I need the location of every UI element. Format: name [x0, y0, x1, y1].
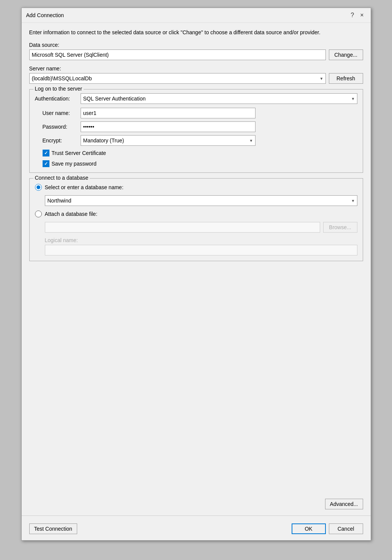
server-name-select[interactable]: (localdb)\MSSQLLocalDb: [29, 73, 326, 84]
logical-name-section: Logical name:: [45, 237, 357, 255]
server-name-row: (localdb)\MSSQLLocalDb ▼ Refresh: [29, 73, 363, 84]
auth-label: Authentication:: [35, 96, 77, 102]
save-password-label[interactable]: Save my password: [52, 161, 97, 167]
auth-select-wrapper: SQL Server Authentication Windows Authen…: [81, 93, 357, 104]
encrypt-select[interactable]: Mandatory (True) Optional (False) Strict…: [81, 135, 256, 146]
logon-group: Log on to the server Authentication: SQL…: [29, 89, 363, 173]
ok-button[interactable]: OK: [292, 523, 326, 534]
data-source-label: Data source:: [29, 42, 363, 48]
data-source-section: Data source: Change...: [29, 42, 363, 60]
auth-row: Authentication: SQL Server Authenticatio…: [35, 93, 357, 104]
db-select-wrapper: Northwind master model msdb tempdb ▼: [45, 195, 357, 206]
dialog-title: Add Connection: [26, 12, 64, 18]
save-password-checkbox[interactable]: ✓: [43, 160, 49, 167]
password-label: Password:: [43, 124, 77, 130]
encrypt-select-wrapper: Mandatory (True) Optional (False) Strict…: [81, 135, 256, 146]
close-button[interactable]: ×: [358, 11, 366, 19]
description-text: Enter information to connect to the sele…: [29, 29, 363, 37]
spacer: [29, 266, 363, 493]
advanced-button[interactable]: Advanced...: [325, 499, 363, 509]
server-name-section: Server name: (localdb)\MSSQLLocalDb ▼ Re…: [29, 65, 363, 84]
select-db-radio-label[interactable]: Select or enter a database name:: [45, 184, 124, 190]
password-row: Password:: [43, 121, 357, 132]
footer-right: OK Cancel: [292, 523, 363, 534]
attach-db-radio-label[interactable]: Attach a database file:: [45, 211, 98, 217]
change-button[interactable]: Change...: [329, 49, 363, 60]
select-db-radio-inner: [37, 185, 40, 189]
logical-name-label: Logical name:: [45, 237, 357, 243]
username-input-wrapper: [81, 108, 256, 118]
attach-db-radio[interactable]: [35, 211, 42, 217]
password-input-wrapper: [81, 121, 256, 132]
attach-file-input[interactable]: [45, 222, 320, 233]
logon-group-title: Log on to the server: [33, 86, 84, 92]
cancel-button[interactable]: Cancel: [329, 523, 363, 534]
title-bar-right: ? ×: [348, 11, 366, 19]
save-password-row: ✓ Save my password: [35, 160, 357, 167]
browse-button[interactable]: Browse...: [323, 222, 357, 233]
select-db-radio-row: Select or enter a database name:: [35, 184, 357, 191]
db-select[interactable]: Northwind master model msdb tempdb: [45, 195, 357, 206]
database-group-title: Connect to a database: [33, 175, 90, 181]
logon-group-content: Authentication: SQL Server Authenticatio…: [35, 93, 357, 167]
encrypt-label: Encrypt:: [43, 137, 77, 144]
footer: Test Connection OK Cancel: [22, 520, 371, 540]
server-name-label: Server name:: [29, 65, 363, 72]
test-connection-button[interactable]: Test Connection: [29, 523, 77, 534]
select-db-radio[interactable]: [35, 184, 42, 191]
attach-db-radio-row: Attach a database file:: [35, 211, 357, 217]
data-source-row: Change...: [29, 49, 363, 60]
username-row: User name:: [43, 108, 357, 118]
database-group: Connect to a database Select or enter a …: [29, 178, 363, 261]
username-label: User name:: [43, 110, 77, 116]
refresh-button[interactable]: Refresh: [329, 73, 363, 84]
username-input[interactable]: [81, 108, 256, 118]
credentials-grid: User name: Password: Encrypt: [35, 108, 357, 146]
help-button[interactable]: ?: [348, 11, 356, 19]
add-connection-dialog: Add Connection ? × Enter information to …: [21, 8, 371, 541]
bottom-divider: [22, 515, 371, 516]
password-input[interactable]: [81, 121, 256, 132]
attach-file-row: Browse...: [45, 222, 357, 233]
trust-cert-checkbox[interactable]: ✓: [43, 150, 49, 156]
title-bar-left: Add Connection: [26, 12, 64, 18]
dialog-body: Enter information to connect to the sele…: [22, 23, 371, 515]
encrypt-row: Encrypt: Mandatory (True) Optional (Fals…: [43, 135, 357, 146]
server-name-select-wrapper: (localdb)\MSSQLLocalDb ▼: [29, 73, 326, 84]
trust-cert-row: ✓ Trust Server Certificate: [35, 150, 357, 156]
logical-name-input[interactable]: [45, 245, 357, 255]
trust-cert-checkmark: ✓: [44, 150, 48, 156]
database-content: Select or enter a database name: Northwi…: [35, 184, 357, 255]
auth-select[interactable]: SQL Server Authentication Windows Authen…: [81, 93, 357, 104]
trust-cert-label[interactable]: Trust Server Certificate: [52, 150, 106, 156]
save-password-checkmark: ✓: [44, 161, 48, 166]
advanced-row: Advanced...: [29, 499, 363, 509]
title-bar: Add Connection ? ×: [22, 8, 371, 23]
data-source-input[interactable]: [29, 49, 326, 60]
